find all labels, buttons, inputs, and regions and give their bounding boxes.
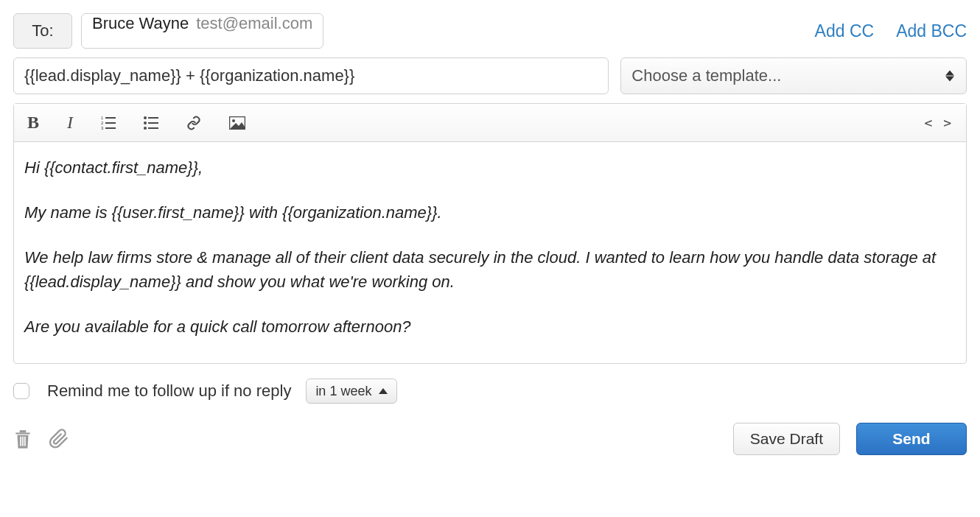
svg-point-10 (144, 127, 147, 130)
svg-text:2: 2 (101, 121, 104, 125)
bold-button[interactable]: B (27, 113, 39, 133)
attach-button[interactable] (49, 428, 69, 450)
editor-toolbar: B I 123 (14, 104, 966, 142)
followup-label: Remind me to follow up if no reply (47, 381, 291, 401)
send-button[interactable]: Send (856, 423, 967, 455)
add-bcc-link[interactable]: Add BCC (896, 21, 967, 41)
recipient-email: test@email.com (196, 14, 312, 33)
svg-point-6 (144, 116, 147, 119)
template-select[interactable]: Choose a template... (620, 57, 967, 94)
trash-icon (13, 428, 32, 450)
delete-button[interactable] (13, 428, 32, 450)
body-paragraph: Hi {{contact.first_name}}, (24, 155, 956, 180)
subject-input[interactable] (13, 57, 609, 94)
ordered-list-button[interactable]: 123 (101, 116, 116, 130)
source-button[interactable]: < > (924, 115, 953, 130)
svg-rect-9 (148, 122, 158, 124)
svg-rect-7 (148, 117, 158, 119)
followup-checkbox[interactable] (13, 383, 29, 399)
followup-interval-value: in 1 week (315, 384, 371, 399)
svg-rect-1 (105, 122, 116, 124)
svg-point-13 (232, 119, 235, 122)
email-body-editor[interactable]: Hi {{contact.first_name}}, My name is {{… (14, 142, 966, 363)
image-button[interactable] (229, 116, 245, 130)
image-icon (229, 116, 245, 130)
to-label: To: (13, 13, 72, 49)
unordered-list-icon (144, 116, 158, 130)
body-paragraph: We help law firms store & manage all of … (24, 245, 956, 294)
svg-rect-16 (24, 437, 26, 446)
link-button[interactable] (186, 116, 201, 130)
svg-point-8 (144, 122, 147, 124)
recipient-chip[interactable]: Bruce Wayne test@email.com (81, 13, 323, 49)
paperclip-icon (49, 428, 69, 450)
ordered-list-icon: 123 (101, 116, 116, 130)
body-paragraph: Are you available for a quick call tomor… (24, 314, 956, 339)
recipient-name: Bruce Wayne (92, 14, 189, 33)
save-draft-button[interactable]: Save Draft (733, 423, 840, 455)
svg-rect-15 (22, 437, 24, 446)
chevron-updown-icon (945, 71, 954, 82)
svg-rect-11 (148, 127, 158, 129)
body-paragraph: My name is {{user.first_name}} with {{or… (24, 200, 956, 225)
add-cc-link[interactable]: Add CC (815, 21, 875, 41)
unordered-list-button[interactable] (144, 116, 158, 130)
svg-rect-2 (105, 127, 116, 129)
svg-rect-0 (105, 117, 116, 119)
svg-text:1: 1 (101, 116, 104, 120)
svg-text:3: 3 (101, 126, 104, 130)
link-icon (186, 116, 201, 130)
template-placeholder: Choose a template... (631, 66, 781, 85)
followup-interval-select[interactable]: in 1 week (306, 379, 397, 404)
svg-rect-14 (20, 437, 21, 446)
chevron-up-icon (379, 388, 388, 394)
italic-button[interactable]: I (67, 113, 73, 133)
